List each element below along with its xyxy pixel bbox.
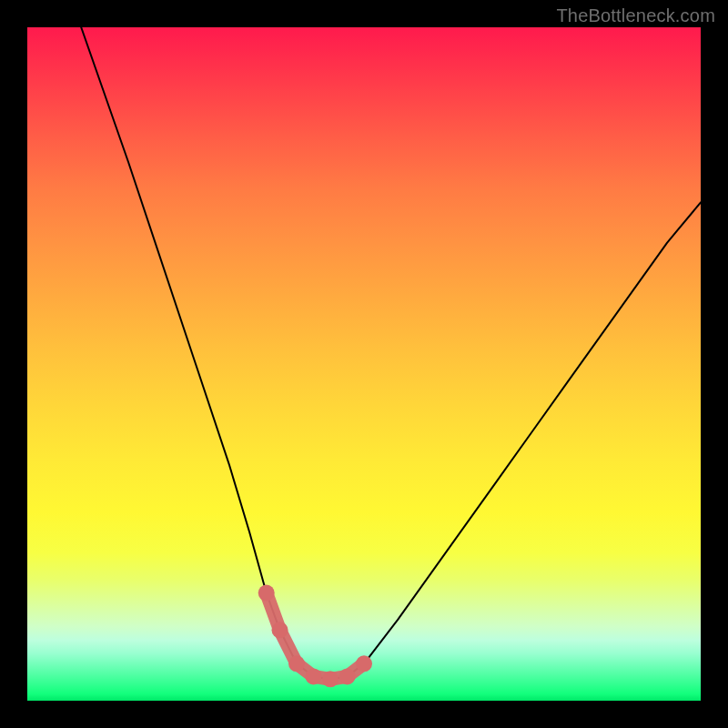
watermark-text: TheBottleneck.com <box>556 5 715 26</box>
chart-background-gradient <box>27 27 701 701</box>
chart-frame: TheBottleneck.com <box>0 0 728 728</box>
